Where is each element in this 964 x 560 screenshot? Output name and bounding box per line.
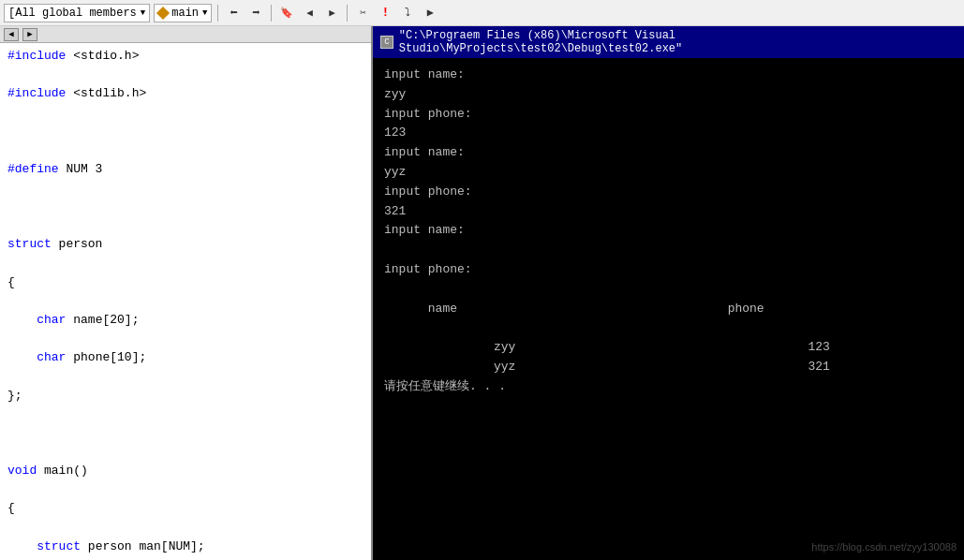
editor-content[interactable]: #include <stdio.h> #include <stdlib.h> #… — [0, 43, 371, 560]
editor-pane: ◀ ▶ #include <stdio.h> #include <stdlib.… — [0, 26, 373, 560]
terminal-output: input name: zyy input phone: 123 input n… — [373, 58, 964, 560]
code-line-2: #include <stdlib.h> — [7, 84, 363, 103]
editor-scroll-bar: ◀ ▶ — [0, 26, 371, 43]
terminal-pane: C "C:\Prograem Files (x86)\Microsoft Vis… — [373, 26, 964, 560]
code-line-6: struct person — [7, 235, 363, 254]
code-line-10: }; — [7, 387, 363, 405]
terminal-app-icon: C — [380, 36, 393, 49]
navigate-back-icon[interactable]: ⬅ — [224, 4, 243, 22]
scroll-right-btn[interactable]: ▶ — [22, 28, 37, 41]
cut-icon[interactable]: ✂ — [353, 4, 372, 22]
toolbar-separator-3 — [347, 5, 348, 22]
dropdown1-arrow[interactable]: ▼ — [141, 8, 145, 18]
include-kw-1: #include — [7, 49, 73, 63]
include-kw-2: #include — [7, 86, 73, 100]
code-line-5 — [7, 198, 363, 216]
code-line-13: { — [7, 499, 363, 518]
code-line-14: struct person man[NUM]; — [7, 538, 363, 556]
code-line-3 — [7, 123, 363, 141]
code-line-1: #include <stdio.h> — [7, 47, 363, 66]
dropdown2-arrow[interactable]: ▼ — [202, 8, 207, 18]
main-area: ◀ ▶ #include <stdio.h> #include <stdlib.… — [0, 26, 964, 560]
step-over-icon[interactable]: ⤵ — [398, 4, 417, 22]
run-icon[interactable]: ▶ — [421, 4, 439, 22]
global-members-label: [All global members — [8, 7, 137, 20]
toolbar: [All global members ▼ main ▼ ⬅ ➡ 🔖 ◀ ▶ ✂… — [0, 0, 964, 26]
code-line-12: void main() — [7, 462, 363, 480]
code-line-11 — [7, 424, 363, 443]
code-line-4: #define NUM 3 — [7, 160, 363, 179]
watermark: https://blog.csdn.net/zyy130088 — [811, 541, 957, 553]
bookmark-icon[interactable]: 🔖 — [277, 4, 296, 22]
diamond-icon — [156, 6, 170, 19]
stop-icon[interactable]: ! — [376, 4, 394, 22]
scroll-left-btn[interactable]: ◀ — [4, 28, 19, 41]
main-label: main — [171, 7, 199, 20]
code-line-9: char phone[10]; — [7, 348, 363, 367]
code-line-7: { — [7, 273, 363, 292]
go-to-next-icon[interactable]: ▶ — [322, 4, 341, 22]
terminal-titlebar: C "C:\Prograem Files (x86)\Microsoft Vis… — [373, 26, 964, 58]
go-to-prev-icon[interactable]: ◀ — [300, 4, 319, 22]
terminal-title: "C:\Prograem Files (x86)\Microsoft Visua… — [399, 29, 957, 55]
toolbar-separator-1 — [217, 5, 218, 22]
global-members-dropdown[interactable]: [All global members ▼ — [4, 4, 150, 22]
main-dropdown[interactable]: main ▼ — [154, 4, 212, 22]
code-line-8: char name[20]; — [7, 311, 363, 330]
terminal-wrapper: input name: zyy input phone: 123 input n… — [373, 58, 964, 560]
navigate-forward-icon[interactable]: ➡ — [246, 4, 265, 22]
toolbar-separator-2 — [271, 5, 272, 22]
